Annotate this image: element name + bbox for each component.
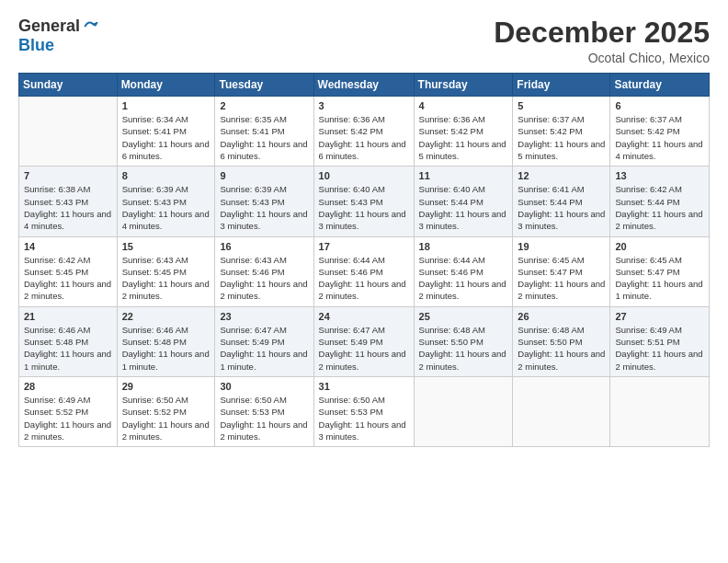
sunset-text: Sunset: 5:41 PM	[122, 126, 187, 136]
day-info: Sunrise: 6:41 AMSunset: 5:44 PMDaylight:…	[518, 183, 605, 232]
sunset-text: Sunset: 5:42 PM	[615, 126, 679, 136]
sunrise-text: Sunrise: 6:34 AM	[122, 114, 188, 124]
page-container: General Blue December 2025 Ocotal Chico,…	[0, 0, 728, 456]
day-number: 12	[518, 170, 605, 181]
day-number: 19	[518, 241, 605, 252]
day-info: Sunrise: 6:45 AMSunset: 5:47 PMDaylight:…	[518, 254, 605, 303]
header-monday: Monday	[117, 74, 215, 97]
sunset-text: Sunset: 5:46 PM	[419, 267, 483, 277]
sunrise-text: Sunrise: 6:47 AM	[220, 325, 286, 335]
day-info: Sunrise: 6:39 AMSunset: 5:43 PMDaylight:…	[122, 183, 210, 232]
day-number: 14	[24, 241, 112, 252]
calendar-week-row: 21Sunrise: 6:46 AMSunset: 5:48 PMDayligh…	[19, 306, 710, 376]
daylight-text: Daylight: 11 hours and 2 minutes.	[319, 349, 406, 371]
daylight-text: Daylight: 11 hours and 2 minutes.	[615, 349, 702, 371]
logo-general: General	[18, 17, 80, 36]
table-row: 14Sunrise: 6:42 AMSunset: 5:45 PMDayligh…	[19, 236, 118, 306]
sunrise-text: Sunrise: 6:42 AM	[615, 184, 681, 194]
table-row: 27Sunrise: 6:49 AMSunset: 5:51 PMDayligh…	[610, 306, 710, 376]
daylight-text: Daylight: 11 hours and 3 minutes.	[419, 209, 506, 231]
daylight-text: Daylight: 11 hours and 4 minutes.	[615, 139, 702, 161]
sunrise-text: Sunrise: 6:43 AM	[122, 255, 188, 265]
daylight-text: Daylight: 11 hours and 3 minutes.	[319, 419, 406, 442]
header-thursday: Thursday	[414, 74, 513, 97]
sunset-text: Sunset: 5:49 PM	[220, 337, 284, 347]
day-info: Sunrise: 6:42 AMSunset: 5:44 PMDaylight:…	[615, 183, 704, 232]
day-number: 25	[419, 311, 508, 322]
daylight-text: Daylight: 11 hours and 1 minute.	[220, 349, 307, 371]
table-row	[414, 376, 513, 446]
logo-icon	[82, 17, 100, 36]
sunset-text: Sunset: 5:53 PM	[319, 407, 383, 417]
table-row: 23Sunrise: 6:47 AMSunset: 5:49 PMDayligh…	[215, 306, 313, 376]
daylight-text: Daylight: 11 hours and 2 minutes.	[518, 279, 605, 301]
weekday-header-row: Sunday Monday Tuesday Wednesday Thursday…	[19, 74, 710, 97]
sunset-text: Sunset: 5:53 PM	[220, 407, 284, 417]
daylight-text: Daylight: 11 hours and 1 minute.	[122, 349, 210, 371]
daylight-text: Daylight: 11 hours and 6 minutes.	[220, 139, 307, 161]
day-info: Sunrise: 6:43 AMSunset: 5:45 PMDaylight:…	[122, 254, 210, 303]
table-row: 9Sunrise: 6:39 AMSunset: 5:43 PMDaylight…	[215, 167, 313, 236]
sunset-text: Sunset: 5:52 PM	[24, 407, 88, 417]
sunset-text: Sunset: 5:41 PM	[220, 126, 284, 136]
logo-blue: Blue	[18, 36, 54, 54]
table-row: 30Sunrise: 6:50 AMSunset: 5:53 PMDayligh…	[215, 376, 313, 446]
day-info: Sunrise: 6:50 AMSunset: 5:52 PMDaylight:…	[122, 394, 210, 442]
location: Ocotal Chico, Mexico	[494, 51, 710, 65]
sunset-text: Sunset: 5:43 PM	[122, 197, 187, 207]
sunset-text: Sunset: 5:42 PM	[319, 126, 383, 136]
sunset-text: Sunset: 5:46 PM	[220, 267, 284, 277]
table-row: 18Sunrise: 6:44 AMSunset: 5:46 PMDayligh…	[414, 236, 513, 306]
table-row: 19Sunrise: 6:45 AMSunset: 5:47 PMDayligh…	[513, 236, 610, 306]
daylight-text: Daylight: 11 hours and 2 minutes.	[24, 419, 111, 442]
day-info: Sunrise: 6:44 AMSunset: 5:46 PMDaylight:…	[319, 254, 409, 303]
table-row: 31Sunrise: 6:50 AMSunset: 5:53 PMDayligh…	[313, 376, 414, 446]
day-info: Sunrise: 6:39 AMSunset: 5:43 PMDaylight:…	[220, 183, 308, 232]
daylight-text: Daylight: 11 hours and 5 minutes.	[518, 139, 605, 161]
sunrise-text: Sunrise: 6:39 AM	[220, 184, 286, 194]
daylight-text: Daylight: 11 hours and 6 minutes.	[319, 139, 406, 161]
sunset-text: Sunset: 5:44 PM	[419, 197, 483, 207]
day-number: 26	[518, 311, 605, 322]
sunrise-text: Sunrise: 6:46 AM	[122, 325, 188, 335]
table-row: 4Sunrise: 6:36 AMSunset: 5:42 PMDaylight…	[414, 97, 513, 167]
sunrise-text: Sunrise: 6:44 AM	[419, 255, 485, 265]
table-row: 11Sunrise: 6:40 AMSunset: 5:44 PMDayligh…	[414, 167, 513, 236]
month-title: December 2025	[494, 17, 710, 49]
daylight-text: Daylight: 11 hours and 2 minutes.	[615, 209, 702, 231]
sunset-text: Sunset: 5:48 PM	[122, 337, 187, 347]
table-row: 16Sunrise: 6:43 AMSunset: 5:46 PMDayligh…	[215, 236, 313, 306]
day-info: Sunrise: 6:50 AMSunset: 5:53 PMDaylight:…	[319, 394, 409, 442]
day-number: 20	[615, 241, 704, 252]
sunset-text: Sunset: 5:43 PM	[24, 197, 88, 207]
daylight-text: Daylight: 11 hours and 2 minutes.	[220, 419, 307, 442]
sunrise-text: Sunrise: 6:39 AM	[122, 184, 188, 194]
sunrise-text: Sunrise: 6:37 AM	[615, 114, 681, 124]
daylight-text: Daylight: 11 hours and 2 minutes.	[419, 279, 506, 301]
table-row: 28Sunrise: 6:49 AMSunset: 5:52 PMDayligh…	[19, 376, 118, 446]
daylight-text: Daylight: 11 hours and 3 minutes.	[319, 209, 406, 231]
sunset-text: Sunset: 5:49 PM	[319, 337, 383, 347]
sunrise-text: Sunrise: 6:35 AM	[220, 114, 286, 124]
sunrise-text: Sunrise: 6:40 AM	[319, 184, 385, 194]
day-number: 10	[319, 170, 409, 181]
day-number: 21	[24, 311, 112, 322]
sunset-text: Sunset: 5:48 PM	[24, 337, 88, 347]
table-row: 3Sunrise: 6:36 AMSunset: 5:42 PMDaylight…	[313, 97, 414, 167]
day-number: 22	[122, 311, 210, 322]
daylight-text: Daylight: 11 hours and 5 minutes.	[419, 139, 506, 161]
sunrise-text: Sunrise: 6:38 AM	[24, 184, 90, 194]
sunset-text: Sunset: 5:43 PM	[319, 197, 383, 207]
sunset-text: Sunset: 5:51 PM	[615, 337, 679, 347]
daylight-text: Daylight: 11 hours and 1 minute.	[24, 349, 111, 371]
day-number: 8	[122, 170, 210, 181]
table-row: 17Sunrise: 6:44 AMSunset: 5:46 PMDayligh…	[313, 236, 414, 306]
day-number: 15	[122, 241, 210, 252]
sunset-text: Sunset: 5:50 PM	[518, 337, 582, 347]
day-number: 3	[319, 100, 409, 111]
table-row: 10Sunrise: 6:40 AMSunset: 5:43 PMDayligh…	[313, 167, 414, 236]
day-number: 29	[122, 381, 210, 392]
table-row: 21Sunrise: 6:46 AMSunset: 5:48 PMDayligh…	[19, 306, 118, 376]
logo: General Blue	[18, 17, 100, 55]
day-info: Sunrise: 6:47 AMSunset: 5:49 PMDaylight:…	[220, 324, 308, 373]
